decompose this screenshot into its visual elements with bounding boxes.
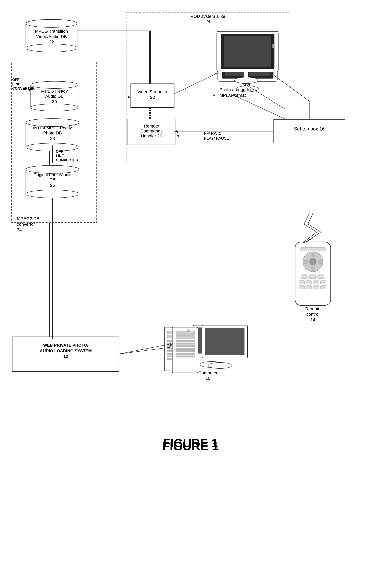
svg-text:convertor: convertor [17,222,35,227]
svg-point-46 [26,20,77,27]
svg-text:Handler 20: Handler 20 [141,133,162,138]
svg-rect-35 [167,348,185,349]
svg-rect-30 [167,331,185,334]
svg-text:24: 24 [206,19,210,24]
svg-text:14: 14 [310,317,315,322]
svg-text:PLAY/ PAUSE: PLAY/ PAUSE [204,136,229,140]
svg-rect-173 [306,281,312,284]
svg-marker-8 [149,105,151,108]
svg-marker-51 [29,89,32,91]
svg-rect-82 [26,123,79,147]
svg-point-163 [303,252,323,272]
svg-rect-36 [167,350,185,352]
svg-text:Remote: Remote [305,306,320,311]
svg-rect-94 [131,84,174,107]
svg-text:12: 12 [63,354,68,359]
svg-text:Audio DB: Audio DB [45,94,64,99]
svg-marker-2 [149,85,151,88]
svg-point-89 [26,165,79,173]
svg-marker-132 [174,130,177,132]
svg-marker-119 [52,145,54,148]
svg-text:INTRA MPEG Ready: INTRA MPEG Ready [33,126,72,130]
svg-text:28: 28 [50,136,55,141]
svg-rect-162 [301,248,325,251]
svg-point-90 [26,190,79,198]
svg-point-78 [31,104,78,111]
svg-point-77 [31,81,78,88]
svg-text:DB: DB [50,177,56,182]
svg-text:Commands: Commands [140,128,163,133]
svg-text:Original Photo/Audio: Original Photo/Audio [34,172,72,177]
svg-marker-18 [49,335,51,338]
svg-rect-136 [12,337,119,371]
svg-marker-59 [175,131,178,133]
svg-rect-178 [313,286,319,289]
svg-rect-169 [301,275,307,279]
svg-text:34: 34 [17,227,21,232]
svg-rect-42 [196,328,234,353]
svg-text:OFF: OFF [56,149,63,153]
svg-marker-114 [31,86,33,88]
svg-rect-101 [274,119,345,143]
svg-rect-165 [311,252,315,257]
svg-rect-166 [311,267,315,272]
svg-text:Video Streamer: Video Streamer [137,89,168,94]
svg-text:26: 26 [50,183,55,188]
svg-point-40 [183,329,185,331]
svg-text:WEB PRIVATE PHOTO/: WEB PRIVATE PHOTO/ [43,343,89,347]
svg-rect-37 [167,353,185,355]
svg-rect-39 [167,358,185,360]
svg-text:Remote: Remote [144,124,159,128]
svg-text:CONVERTER: CONVERTER [12,86,35,90]
svg-marker-141 [52,336,54,339]
svg-text:AUDIO LOADING SYSTEM: AUDIO LOADING SYSTEM [40,348,92,353]
svg-marker-49 [150,83,152,86]
svg-text:LINE: LINE [12,82,20,86]
svg-point-71 [26,20,77,27]
figure-title: FIGURE 1 [0,436,381,553]
svg-text:control: control [306,312,319,317]
svg-marker-15 [49,142,51,145]
svg-marker-53 [128,96,131,98]
svg-point-164 [309,258,316,265]
svg-text:CONVERTER: CONVERTER [56,158,78,162]
svg-rect-34 [167,345,185,347]
svg-rect-38 [167,356,185,357]
svg-marker-64 [52,142,54,145]
computer [162,321,242,381]
svg-point-84 [26,143,79,151]
svg-rect-25 [225,47,270,76]
svg-text:VOD system alike: VOD system alike [191,14,225,19]
svg-rect-177 [306,286,312,289]
svg-rect-172 [299,281,305,284]
svg-rect-179 [320,286,326,289]
svg-point-27 [237,86,258,92]
svg-rect-31 [167,335,185,338]
svg-text:Photo DB: Photo DB [43,130,62,135]
svg-rect-170 [309,275,316,279]
svg-rect-167 [303,260,308,264]
svg-rect-168 [318,260,323,264]
svg-rect-28 [273,60,275,63]
mpeg-transition-db-label: MPEG Transition Video/Audio DB 32 [26,34,77,51]
svg-rect-97 [128,119,175,145]
svg-rect-106 [12,62,97,223]
svg-point-83 [26,119,79,126]
svg-rect-171 [318,275,324,279]
svg-text:22: 22 [150,95,155,100]
svg-text:LINE: LINE [56,154,64,158]
svg-marker-6 [213,94,216,96]
svg-line-12 [234,95,285,119]
svg-rect-176 [299,286,305,289]
svg-marker-183 [303,242,305,245]
svg-marker-10 [176,135,179,137]
svg-text:MPEG Ready: MPEG Ready [41,89,68,94]
svg-marker-66 [52,337,54,340]
svg-rect-76 [31,85,78,107]
svg-text:MPEG Transition: MPEG Transition [35,29,68,34]
svg-text:Set top box 16: Set top box 16 [294,126,325,131]
svg-rect-33 [167,343,185,344]
svg-point-44 [200,361,224,367]
svg-rect-175 [320,281,326,284]
svg-marker-4 [142,96,145,98]
